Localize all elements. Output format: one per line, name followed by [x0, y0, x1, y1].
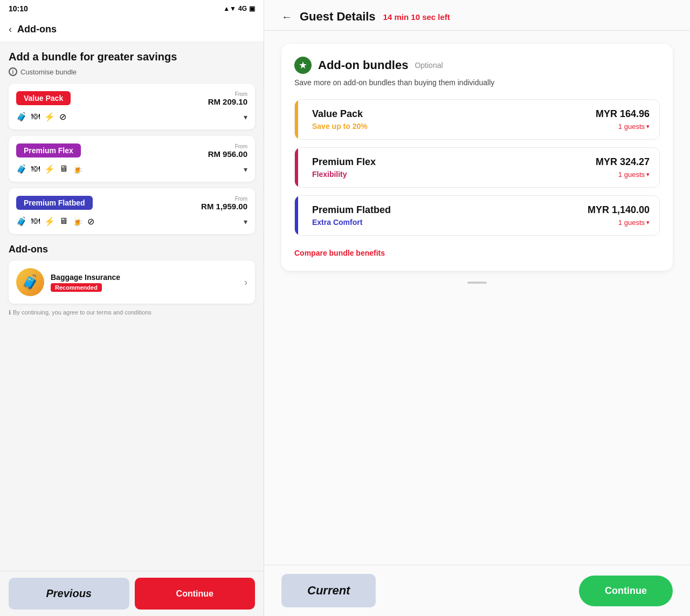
bundle-price-area: From RM 956.00: [208, 143, 247, 159]
screen-icon: 🖥: [59, 164, 68, 174]
nav-bar: ‹ Add-ons: [0, 17, 264, 42]
back-icon[interactable]: ‹: [9, 24, 12, 35]
star-icon: ★: [294, 57, 312, 74]
accent-bar-orange: [295, 100, 298, 139]
bundle-option-premium-flatbed[interactable]: Premium Flatbed MYR 1,140.00 Extra Comfo…: [294, 195, 660, 236]
continue-button-left[interactable]: Continue: [135, 578, 256, 610]
bundle-option-inner: Premium Flex MYR 324.27 Flexibility 1 gu…: [305, 156, 650, 179]
continue-button-right[interactable]: Continue: [579, 576, 673, 606]
bundle-icons-row: 🧳 🍽 ⚡ 🖥 🍺 ⊘ ▾: [16, 216, 247, 227]
bundle-option-sub: Extra Comfort 1 guests ▾: [312, 218, 650, 227]
bundle-option-guests[interactable]: 1 guests ▾: [618, 170, 650, 179]
bundle-option-top: Value Pack MYR 164.96: [312, 108, 650, 120]
chevron-down-icon: ▾: [646, 219, 650, 226]
price-value: RM 209.10: [208, 97, 247, 106]
power-icon: ⚡: [44, 164, 55, 174]
right-bottom: Current Continue: [264, 565, 690, 616]
addon-arrow-icon: ›: [244, 277, 247, 288]
addon-card[interactable]: 🧳 Baggage Insurance Recommended ›: [9, 261, 255, 304]
premium-flatbed-badge: Premium Flatbed: [16, 196, 93, 210]
bundle-option-name: Value Pack: [312, 108, 363, 120]
bundle-card-premium-flatbed[interactable]: Premium Flatbed From RM 1,959.00 🧳 🍽 ⚡ 🖥…: [9, 188, 255, 234]
dropdown-icon[interactable]: ▾: [244, 113, 247, 121]
right-panel: ← Guest Details 14 min 10 sec left ★ Add…: [264, 0, 690, 616]
bundle-section-card: ★ Add-on bundles Optional Save more on a…: [281, 44, 673, 271]
bundle-option-guests[interactable]: 1 guests ▾: [618, 218, 650, 227]
scroll-indicator: [467, 282, 487, 284]
power-icon: ⚡: [44, 112, 55, 122]
bundle-option-name: Premium Flex: [312, 156, 376, 168]
price-label: From: [208, 143, 247, 149]
addon-icon: 🧳: [16, 268, 44, 296]
bundle-card-top: Value Pack From RM 209.10: [16, 91, 247, 106]
accent-bar-red: [295, 148, 298, 187]
bundle-option-price: MYR 164.96: [596, 108, 650, 120]
bundle-option-sub: Flexibility 1 guests ▾: [312, 170, 650, 179]
chevron-down-icon: ▾: [646, 123, 650, 130]
price-value: RM 956.00: [208, 149, 247, 159]
info-icon: i: [9, 67, 17, 76]
dropdown-icon[interactable]: ▾: [244, 165, 247, 174]
left-panel: 10:10 ▲▼ 4G ▣ ‹ Add-ons Add a bundle for…: [0, 0, 264, 616]
meal-icon: 🍽: [31, 164, 40, 174]
bundle-card-value[interactable]: Value Pack From RM 209.10 🧳 🍽 ⚡ ⊘ ▾: [9, 84, 255, 129]
status-bar: 10:10 ▲▼ 4G ▣: [0, 0, 264, 17]
price-label: From: [208, 91, 247, 97]
bundle-option-subtitle: Extra Comfort: [312, 218, 362, 227]
price-label: From: [201, 196, 247, 202]
luggage-icon: 🧳: [16, 112, 27, 122]
section-title: Add a bundle for greater savings: [9, 51, 255, 63]
addons-section-title: Add-ons: [9, 244, 255, 255]
signal-icon: ▲▼: [223, 5, 236, 12]
meal-icon: 🍽: [31, 112, 40, 122]
nav-title: Add-ons: [17, 24, 57, 35]
luggage-icon: 🧳: [16, 164, 27, 174]
bundle-icons-row: 🧳 🍽 ⚡ 🖥 🍺 ▾: [16, 164, 247, 174]
price-value: RM 1,959.00: [201, 202, 247, 211]
compare-bundle-link[interactable]: Compare bundle benefits: [294, 249, 385, 257]
previous-button[interactable]: Previous: [9, 578, 129, 610]
screen-icon: 🖥: [59, 216, 68, 227]
bundle-option-top: Premium Flex MYR 324.27: [312, 156, 650, 168]
luggage-icon: 🧳: [16, 216, 27, 227]
bundle-option-subtitle: Save up to 20%: [312, 122, 368, 131]
customize-label: i Customise bundle: [9, 67, 255, 76]
bundle-section-description: Save more on add-on bundles than buying …: [294, 77, 660, 88]
value-pack-badge: Value Pack: [16, 91, 71, 105]
addon-badge: Recommended: [51, 283, 102, 292]
bundle-option-inner: Value Pack MYR 164.96 Save up to 20% 1 g…: [305, 108, 650, 131]
status-time: 10:10: [9, 4, 28, 13]
bundle-section-name: Add-on bundles: [318, 58, 408, 72]
bundle-card-top: Premium Flex From RM 956.00: [16, 143, 247, 159]
dropdown-icon[interactable]: ▾: [244, 217, 247, 226]
bundle-section-header: ★ Add-on bundles Optional: [294, 57, 660, 74]
bundle-option-inner: Premium Flatbed MYR 1,140.00 Extra Comfo…: [305, 204, 650, 227]
bundle-option-subtitle: Flexibility: [312, 170, 347, 179]
network-icon: 4G: [238, 5, 247, 12]
right-header-title: Guest Details: [300, 10, 376, 24]
left-content: Add a bundle for greater savings i Custo…: [0, 42, 264, 571]
no-icon: ⊘: [59, 112, 66, 122]
bundle-option-value-pack[interactable]: Value Pack MYR 164.96 Save up to 20% 1 g…: [294, 99, 660, 140]
bundle-card-top: Premium Flatbed From RM 1,959.00: [16, 196, 247, 211]
no-icon: ⊘: [87, 216, 94, 227]
right-header: ← Guest Details 14 min 10 sec left: [264, 0, 690, 31]
terms-icon: ℹ: [9, 309, 11, 316]
right-content: ★ Add-on bundles Optional Save more on a…: [264, 31, 690, 565]
feature-icons: 🧳 🍽 ⚡ 🖥 🍺: [16, 164, 83, 174]
feature-icons: 🧳 🍽 ⚡ ⊘: [16, 112, 66, 122]
chevron-down-icon: ▾: [646, 171, 650, 178]
bundle-option-price: MYR 324.27: [596, 156, 650, 168]
drink-icon: 🍺: [72, 164, 83, 174]
bundle-card-premium-flex[interactable]: Premium Flex From RM 956.00 🧳 🍽 ⚡ 🖥 🍺 ▾: [9, 136, 255, 182]
meal-icon: 🍽: [31, 216, 40, 227]
bundle-price-area: From RM 209.10: [208, 91, 247, 106]
bundle-option-guests[interactable]: 1 guests ▾: [618, 122, 650, 131]
bundle-price-area: From RM 1,959.00: [201, 196, 247, 211]
bundle-option-sub: Save up to 20% 1 guests ▾: [312, 122, 650, 131]
bundle-option-premium-flex[interactable]: Premium Flex MYR 324.27 Flexibility 1 gu…: [294, 147, 660, 188]
feature-icons: 🧳 🍽 ⚡ 🖥 🍺 ⊘: [16, 216, 94, 227]
back-arrow-icon[interactable]: ←: [281, 11, 292, 23]
bundle-option-name: Premium Flatbed: [312, 204, 391, 216]
current-button[interactable]: Current: [281, 574, 376, 607]
